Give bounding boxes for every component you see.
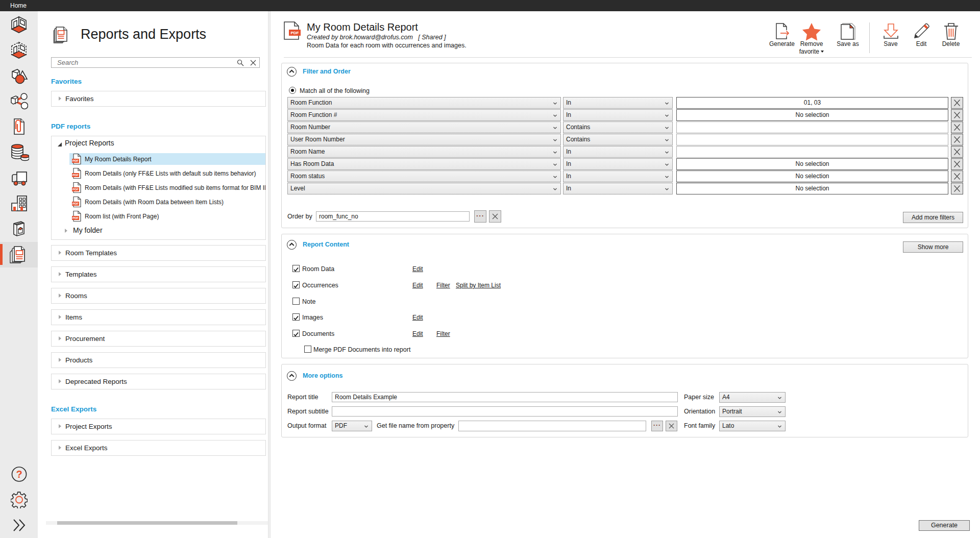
svg-text:PDF: PDF bbox=[72, 216, 79, 219]
svg-text:PDF: PDF bbox=[72, 202, 79, 205]
svg-text:PDF: PDF bbox=[72, 174, 79, 177]
svg-text:?: ? bbox=[16, 469, 22, 480]
svg-text:PDF: PDF bbox=[72, 188, 79, 191]
svg-text:PDF: PDF bbox=[291, 31, 299, 35]
svg-text:PDF: PDF bbox=[72, 159, 79, 162]
